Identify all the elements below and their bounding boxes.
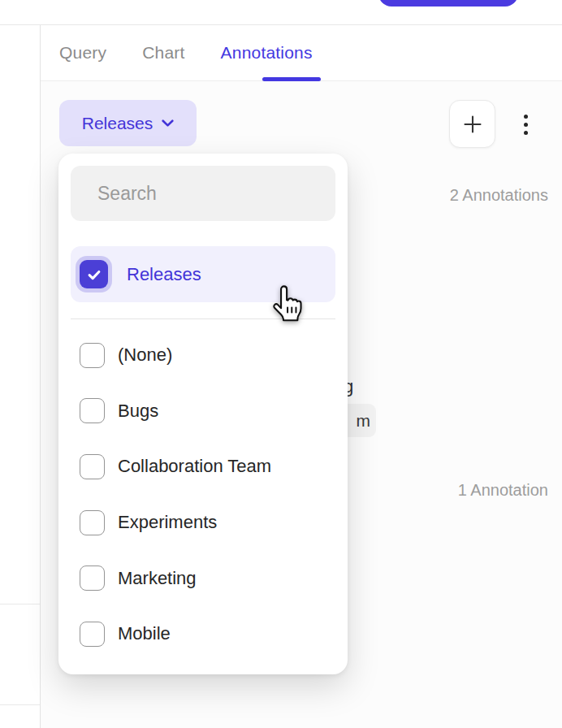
- chevron-down-icon: [162, 119, 174, 128]
- checkbox-unchecked-icon[interactable]: [80, 398, 105, 423]
- plus-icon: [461, 113, 484, 136]
- checkbox-unchecked-icon[interactable]: [80, 510, 105, 535]
- checkbox-unchecked-icon[interactable]: [80, 566, 105, 591]
- checkbox-unchecked-icon[interactable]: [80, 622, 105, 647]
- option-label: Mobile: [118, 623, 171, 644]
- tab-bar: Query Chart Annotations: [59, 24, 313, 80]
- option-label: Experiments: [118, 512, 217, 533]
- option-bugs[interactable]: Bugs: [71, 384, 335, 440]
- option-list: (None) Bugs Collaboration Team Experimen…: [71, 327, 335, 662]
- option-label: Marketing: [118, 568, 197, 589]
- option-label: Releases: [127, 264, 201, 285]
- active-tab-indicator: [262, 77, 321, 81]
- option-none[interactable]: (None): [71, 327, 335, 384]
- checkbox-checked-icon[interactable]: [80, 260, 108, 288]
- annotations-count-label: 2 Annotations: [450, 186, 548, 205]
- option-experiments[interactable]: Experiments: [71, 495, 335, 551]
- checkmark-icon: [85, 266, 103, 284]
- option-label: Bugs: [118, 401, 158, 422]
- option-label: Collaboration Team: [118, 456, 271, 477]
- option-releases[interactable]: Releases: [71, 246, 335, 302]
- tab-annotations[interactable]: Annotations: [221, 43, 313, 63]
- dropdown-search: [71, 166, 335, 221]
- sidebar-row-divider: [0, 604, 40, 604]
- option-marketing[interactable]: Marketing: [71, 550, 335, 606]
- tab-chart[interactable]: Chart: [142, 43, 184, 63]
- background-tag-text: m: [357, 411, 371, 431]
- option-collaboration-team[interactable]: Collaboration Team: [71, 439, 335, 495]
- search-input[interactable]: [97, 183, 338, 205]
- add-annotation-button[interactable]: [449, 100, 495, 148]
- dropdown-divider: [71, 318, 335, 319]
- annotation-type-filter-button[interactable]: Releases: [59, 100, 197, 146]
- more-options-button[interactable]: [512, 105, 538, 144]
- tab-query[interactable]: Query: [59, 43, 106, 63]
- checkbox-unchecked-icon[interactable]: [80, 343, 105, 368]
- option-mobile[interactable]: Mobile: [71, 606, 335, 662]
- annotation-type-dropdown: Releases (None) Bugs Collaboration Team …: [58, 154, 348, 674]
- annotation-count-label: 1 Annotation: [458, 481, 548, 500]
- checkbox-unchecked-icon[interactable]: [80, 454, 105, 479]
- primary-action-button[interactable]: [378, 0, 518, 6]
- filter-button-label: Releases: [82, 114, 153, 133]
- annotations-screen: Query Chart Annotations Releases 2 Annot…: [0, 0, 562, 728]
- sidebar-row-divider: [0, 704, 40, 705]
- option-label: (None): [118, 344, 172, 366]
